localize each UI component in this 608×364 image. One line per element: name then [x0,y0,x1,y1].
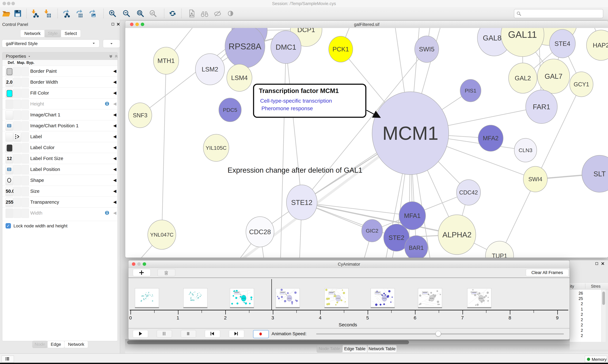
play-button[interactable] [133,330,148,338]
info-icon[interactable] [104,101,110,106]
ellipse-shape-icon[interactable] [6,176,13,185]
bypass-cell[interactable] [21,67,29,76]
tab-network[interactable]: Network [20,30,45,37]
export-table-icon[interactable] [75,9,83,18]
table-cell-value[interactable]: 2 [569,317,583,322]
property-row-label-color[interactable]: Label Color◀ [2,142,117,153]
import-table-icon[interactable] [43,9,52,18]
skip-to-end-button[interactable] [229,330,244,338]
expand-row-icon[interactable]: ◀ [113,112,116,117]
vertical-scrollbar[interactable] [602,290,606,342]
network-edge[interactable] [162,61,166,235]
expand-row-icon[interactable]: ◀ [113,189,116,194]
table-column-header[interactable]: Stres [591,284,601,289]
property-row-image-chart-1[interactable]: Image/Chart 1◀ [2,109,117,120]
bypass-cell[interactable] [21,99,29,109]
annotation-box[interactable]: Transcription factor MCM1 Cell-type-spec… [253,84,366,118]
tab-node-table[interactable]: Node Table [317,345,342,353]
bypass-cell[interactable] [21,208,29,218]
mapping-cell[interactable] [14,187,21,196]
bypass-cell[interactable] [21,132,29,142]
property-row-transparency[interactable]: 255Transparency◀ [2,196,117,208]
table-cell-value[interactable]: 2 [569,301,583,306]
expand-row-icon[interactable]: ◀ [113,79,116,84]
cyanimator-titlebar[interactable]: CyAnimator [128,260,569,268]
annotation-link[interactable]: Cell-type-specific transcription [260,98,332,104]
network-canvas[interactable]: DCP1RPS28ADMC1PCK1SWI5GAL80GAL11STE4HAP2… [125,28,608,258]
tab-edge-table[interactable]: Edge Table [342,345,367,353]
property-row-label-position[interactable]: Label Position◀ [2,164,117,175]
default-value-cell[interactable]: 2.0 [6,78,13,87]
zoom-in-icon[interactable] [108,9,117,18]
float-panel-icon[interactable] [595,261,599,266]
expand-row-icon[interactable]: ◀ [113,91,116,95]
frame-thumbnail-2[interactable]: MCM1 [230,288,254,307]
bypass-cell[interactable] [21,176,29,185]
table-cell-value[interactable]: 2 [569,323,583,327]
expand-row-icon[interactable]: ◀ [113,145,116,150]
record-button[interactable] [253,330,269,338]
search-box[interactable] [514,9,603,18]
column-divider[interactable] [585,284,585,288]
scrollbar-thumb[interactable] [127,340,409,344]
panel-menu-button[interactable] [1,356,14,363]
expand-all-icon[interactable] [109,54,113,58]
property-row-height[interactable]: Height◀ [2,98,117,109]
default-value-cell[interactable] [6,132,13,142]
default-value-cell[interactable]: 12 [6,154,13,163]
clear-all-frames-button[interactable]: Clear All Frames [526,269,568,276]
bypass-cell[interactable] [21,198,29,207]
network-edge[interactable] [286,47,302,202]
tab-select[interactable]: Select [61,30,81,37]
hide-graphics-icon[interactable] [213,9,222,18]
property-row-border-width[interactable]: 2.0Border Width◀ [2,77,117,88]
export-image-icon[interactable] [88,9,97,18]
table-cell-value[interactable]: 26 [569,291,583,296]
mapping-cell[interactable] [14,67,21,76]
table-cell-value[interactable]: 1 [569,307,583,312]
passthrough-mapping-icon[interactable] [14,132,21,142]
style-options-button[interactable] [103,39,120,48]
table-column-header[interactable]: ity [570,284,574,289]
open-session-icon[interactable] [2,9,11,18]
position-icon[interactable] [6,165,13,174]
frame-thumbnail-3[interactable]: MCM1 [276,288,300,307]
import-network-icon[interactable] [30,9,39,18]
property-row-size[interactable]: 50.0Size◀ [2,186,117,197]
mapping-cell[interactable] [14,78,21,87]
expand-row-icon[interactable]: ◀ [113,134,116,139]
expand-row-icon[interactable]: ◀ [113,210,116,215]
property-row-width[interactable]: Width◀ [2,208,117,219]
save-session-icon[interactable] [13,9,22,18]
mapping-cell[interactable] [14,208,21,218]
table-cell-value[interactable]: 2 [569,328,583,333]
timeline-ruler[interactable] [130,310,568,310]
bypass-cell[interactable] [21,78,29,87]
zoom-fit-icon[interactable] [136,9,145,18]
annotation-link[interactable]: Pheromone response [262,105,313,111]
pause-button[interactable] [157,330,172,338]
default-value-cell[interactable] [6,67,13,76]
bypass-cell[interactable] [21,121,29,130]
frame-thumbnail-5[interactable]: MCM1 [371,288,395,307]
mapping-cell[interactable] [14,121,21,130]
network-window-titlebar[interactable]: galFiltered.sif [125,21,608,28]
expand-row-icon[interactable]: ◀ [113,123,116,128]
default-value-cell[interactable] [6,99,13,109]
default-value-cell[interactable] [6,143,13,152]
bypass-cell[interactable] [21,187,29,196]
frame-thumbnail-4[interactable]: MCM1 [324,288,348,307]
default-value-cell[interactable] [6,208,13,218]
close-panel-icon[interactable] [116,22,120,26]
memory-button[interactable]: Memory [585,356,607,363]
frame-thumbnail-0[interactable] [135,288,159,307]
default-value-cell[interactable]: 50.0 [6,187,13,196]
bypass-cell[interactable] [21,89,29,98]
bypass-cell[interactable] [21,143,29,152]
info-icon[interactable] [104,210,110,216]
slider-thumb[interactable] [436,331,441,336]
frame-thumbnail-7[interactable]: MCM1 [467,288,491,307]
close-panel-icon[interactable] [601,261,605,266]
export-network-icon[interactable] [61,9,70,18]
style-selector[interactable]: galFiltered Style [2,39,99,47]
